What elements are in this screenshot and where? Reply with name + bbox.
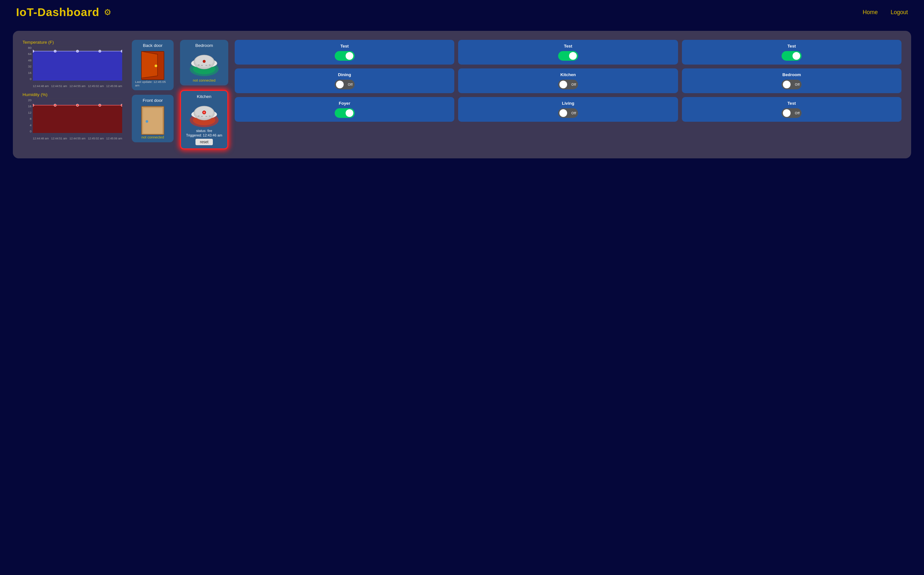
back-door-title: Back door: [143, 43, 162, 48]
svg-marker-18: [33, 105, 122, 133]
svg-point-21: [76, 104, 78, 106]
temp-chart-title: Temperature (F): [22, 40, 125, 44]
toggle-test-3-card: Test: [682, 40, 902, 65]
svg-point-11: [121, 50, 122, 52]
toggle-bedroom-switch[interactable]: Off: [782, 79, 801, 89]
front-door-status: not connected: [142, 135, 164, 139]
toggle-kitchen-title: Kitchen: [561, 72, 576, 77]
svg-point-26: [155, 65, 157, 67]
toggle-knob: [559, 109, 567, 117]
humidity-chart: Humidity (%) 20 16 12 8 4 0: [22, 92, 125, 140]
svg-marker-25: [142, 51, 158, 78]
toggle-foyer-title: Foyer: [339, 101, 350, 106]
humidity-y-labels: 20 16 12 8 4 0: [22, 98, 32, 133]
charts-section: Temperature (F) 80 64 48 32 16 0: [22, 40, 125, 140]
toggle-living-card: Living Off: [458, 97, 678, 122]
toggle-kitchen-switch[interactable]: Off: [558, 79, 578, 89]
toggle-test-1-card: Test: [235, 40, 454, 65]
back-door-update: Last update: 12:45:05 am: [135, 80, 170, 87]
bedroom-detector-icon: [188, 50, 220, 77]
svg-rect-47: [201, 116, 203, 117]
svg-point-10: [99, 50, 101, 52]
toggle-foyer-switch[interactable]: [335, 108, 355, 118]
temp-y-labels: 80 64 48 32 16 0: [22, 46, 32, 81]
svg-point-40: [203, 60, 206, 63]
toggle-knob: [569, 52, 577, 60]
toggle-kitchen-label: Off: [571, 83, 576, 86]
toggle-test-1-switch[interactable]: [335, 51, 355, 61]
svg-point-22: [99, 104, 101, 106]
toggle-knob: [559, 81, 567, 88]
humidity-x-labels: 12:44:48 am 12:44:51 am 12:44:55 am 12:4…: [33, 134, 122, 140]
toggle-test-2-card: Test: [458, 40, 678, 65]
back-door-icon: [140, 50, 166, 79]
kitchen-detector-icon: [188, 101, 220, 128]
toggle-test-3-switch[interactable]: [782, 51, 801, 61]
toggle-knob: [783, 109, 790, 117]
toggle-foyer-card: Foyer: [235, 97, 454, 122]
logout-link[interactable]: Logout: [891, 9, 908, 16]
dashboard-icon: ⚙: [104, 7, 111, 17]
svg-rect-38: [206, 65, 207, 66]
svg-point-7: [33, 50, 34, 52]
svg-point-8: [54, 50, 56, 52]
svg-rect-37: [201, 65, 203, 66]
svg-point-9: [76, 50, 78, 52]
toggle-knob: [792, 52, 800, 60]
kitchen-detector-card: Kitchen: [180, 90, 228, 149]
svg-point-23: [121, 104, 122, 106]
toggle-dining-card: Dining Off: [235, 68, 454, 93]
kitchen-detector-title: Kitchen: [197, 94, 211, 99]
toggle-test-4-card: Test Off: [682, 97, 902, 122]
humidity-chart-title: Humidity (%): [22, 92, 125, 97]
toggle-knob: [346, 52, 353, 60]
temp-x-labels: 12:44:48 am 12:44:51 am 12:44:55 am 12:4…: [33, 82, 122, 88]
temp-chart: Temperature (F) 80 64 48 32 16 0: [22, 40, 125, 88]
toggle-dining-switch[interactable]: Off: [335, 79, 355, 89]
svg-point-20: [54, 104, 56, 106]
svg-rect-46: [198, 116, 200, 117]
app-title: IoT-Dashboard: [16, 6, 99, 19]
bedroom-detector-title: Bedroom: [195, 43, 213, 48]
toggle-bedroom-title: Bedroom: [782, 72, 801, 77]
svg-point-19: [33, 104, 34, 106]
svg-point-51: [203, 111, 205, 113]
front-door-card: Front door not connected: [132, 95, 174, 142]
svg-point-29: [146, 120, 148, 123]
svg-rect-49: [209, 116, 210, 117]
dashboard-panel: Temperature (F) 80 64 48 32 16 0: [13, 31, 911, 158]
toggle-bedroom-card: Bedroom Off: [682, 68, 902, 93]
home-link[interactable]: Home: [863, 9, 878, 16]
toggle-dining-title: Dining: [338, 72, 351, 77]
toggle-test-4-title: Test: [787, 101, 796, 106]
toggle-test-2-switch[interactable]: [558, 51, 578, 61]
toggle-living-switch[interactable]: Off: [558, 108, 578, 118]
svg-marker-6: [33, 51, 122, 81]
toggle-knob: [783, 81, 790, 88]
detectors-section: Bedroom: [180, 40, 228, 149]
doors-section: Back door Last update: 12:45:05 am Front…: [132, 40, 174, 142]
svg-rect-39: [209, 65, 210, 65]
toggle-knob: [346, 109, 353, 117]
kitchen-triggered-time: Triggered: 12:43:46 am: [186, 133, 223, 137]
toggles-section: Test Test Test Dining Off Kitch: [235, 40, 902, 122]
toggle-living-title: Living: [562, 101, 575, 106]
toggle-dining-label: Off: [348, 83, 353, 86]
toggle-living-label: Off: [571, 111, 576, 115]
bedroom-detector-status: not connected: [193, 78, 215, 82]
bedroom-detector-card: Bedroom: [180, 40, 228, 86]
toggle-kitchen-card: Kitchen Off: [458, 68, 678, 93]
toggle-bedroom-label: Off: [795, 83, 800, 86]
kitchen-fire-status: status: fire: [196, 129, 212, 133]
temp-chart-svg-wrap: [33, 46, 122, 81]
kitchen-reset-button[interactable]: reset: [196, 139, 213, 145]
humidity-chart-svg-wrap: [33, 98, 122, 133]
svg-rect-48: [206, 116, 207, 117]
svg-rect-36: [198, 65, 200, 65]
toggle-test-4-switch[interactable]: Off: [782, 108, 801, 118]
toggle-test-2-title: Test: [564, 44, 572, 49]
front-door-title: Front door: [143, 98, 163, 103]
back-door-card: Back door Last update: 12:45:05 am: [132, 40, 174, 90]
front-door-icon: [140, 105, 166, 133]
toggle-test-4-label: Off: [795, 111, 800, 115]
